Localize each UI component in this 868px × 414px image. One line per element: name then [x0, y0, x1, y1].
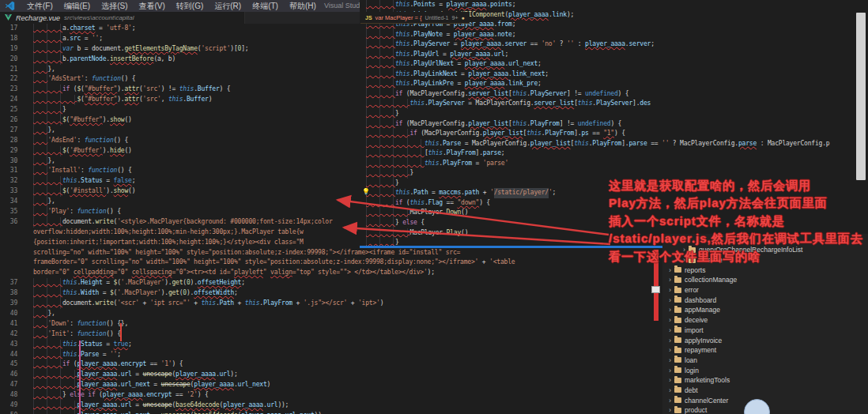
- code-token: },: [47, 65, 55, 75]
- tree-item-dashboard[interactable]: ›dashboard: [662, 295, 868, 305]
- code-token: }: [409, 168, 413, 179]
- code-token: cellspacing: [132, 268, 172, 278]
- tree-item-loan[interactable]: ›loan: [662, 356, 868, 366]
- code-line[interactable]: this.PlayUrl = player_aaaa.url;: [360, 50, 868, 60]
- chevron-right-icon: ›: [669, 397, 671, 405]
- menu-item-2[interactable]: 选择(S): [96, 0, 133, 12]
- annotation-line-5: 看一下这个文件里面写的啥: [609, 248, 868, 265]
- code-token: ;: [651, 40, 655, 50]
- tree-item-import[interactable]: ›import: [662, 326, 868, 336]
- tree-item-marketingTools[interactable]: ›marketingTools: [662, 375, 868, 386]
- code-line[interactable]: this.PlayLinkNext = player_aaaa.link_nex…: [360, 70, 868, 80]
- code-token: :: [77, 136, 84, 146]
- code-token: ;: [132, 24, 136, 34]
- code-token: () {},: [106, 319, 128, 329]
- line-number: 41: [0, 319, 17, 329]
- code-token: a.: [62, 34, 70, 44]
- code-token: ].: [574, 129, 581, 139]
- tree-item-label: loan: [685, 356, 697, 364]
- code-line[interactable]: this.PlayServer = player_aaaa.server == …: [360, 40, 868, 50]
- code-token: :: [70, 319, 77, 329]
- tree-item-error[interactable]: ›error: [662, 285, 868, 295]
- tree-item-collectionManage[interactable]: ›collectionManage: [662, 275, 868, 285]
- code-line[interactable]: this.PlayServer = MacPlayerConfig.server…: [360, 99, 868, 109]
- indent-squiggle: [33, 44, 62, 55]
- code-token: else: [402, 218, 417, 228]
- code-line[interactable]: }: [360, 109, 868, 119]
- code-token: offsetWidth: [194, 288, 234, 299]
- tree-item-label: appManage: [685, 306, 720, 314]
- tab-untitled-macplayer[interactable]: JS var MacPlayer = { Untitled-1 9+ ●: [360, 12, 470, 24]
- tab-recharge-vue[interactable]: Recharge.vue src\views\account\capital: [0, 12, 245, 24]
- modified-dot-icon[interactable]: ●: [462, 15, 465, 21]
- code-line[interactable]: if (MacPlayerConfig.player_list[this.Pla…: [360, 119, 868, 130]
- menu-item-7[interactable]: 帮助(H): [284, 0, 322, 12]
- tree-item-deceive[interactable]: ›deceive: [662, 315, 868, 326]
- code-line[interactable]: this.PlayLinkPre = player_aaaa.link_pre;: [360, 79, 868, 89]
- code-token: );: [230, 370, 237, 380]
- code-line[interactable]: this.PlayFrom = 'parse': [360, 159, 868, 169]
- folder-icon: [674, 408, 681, 413]
- code-token: unescape: [161, 411, 191, 414]
- code-line[interactable]: [this.PlayFrom].parse;: [360, 149, 868, 159]
- code-token: url_next: [508, 59, 538, 70]
- tree-item-login[interactable]: ›login: [662, 365, 868, 375]
- code-token: ==: [146, 359, 160, 370]
- indent-squiggle: [366, 50, 395, 60]
- menu-item-5[interactable]: 运行(R): [209, 0, 247, 12]
- code-token: player_aaaa: [450, 50, 490, 60]
- code-token: url: [267, 401, 278, 411]
- code-token: ) {: [198, 390, 209, 401]
- code-token: ;: [241, 278, 245, 288]
- code-token: parse: [483, 149, 501, 159]
- code-token: url: [494, 50, 505, 60]
- code-token: ;: [512, 20, 516, 30]
- indent-squiggle: [366, 188, 395, 198]
- menu-item-4[interactable]: 转到(G): [171, 0, 209, 12]
- code-token: this: [425, 139, 439, 149]
- code-token: url_next: [238, 380, 267, 390]
- chevron-right-icon: ›: [669, 266, 671, 274]
- tree-item-repayment[interactable]: ›repayment: [662, 345, 868, 356]
- code-token: player_aaaa: [194, 380, 234, 390]
- line-number: 29: [0, 146, 17, 156]
- code-line[interactable]: this.Points = player_aaaa.points;: [360, 0, 868, 10]
- tree-item-applyInvoice[interactable]: ›applyInvoice: [662, 335, 868, 345]
- code-line[interactable]: if (MacPlayerConfig.server_list[this.Pla…: [360, 89, 868, 100]
- indent-squiggle: [33, 288, 62, 299]
- menu-item-0[interactable]: 文件(F): [21, 0, 58, 12]
- code-token: '.js"></scr': [304, 299, 347, 309]
- code-token: '.MacPlayer': [117, 288, 160, 299]
- code-token: player_aaaa: [454, 30, 494, 40]
- code-line[interactable]: this.PlayNote = player_aaaa.note;: [360, 30, 868, 40]
- code-token: maccms: [439, 188, 461, 198]
- tree-item-debt[interactable]: ›debt: [662, 386, 868, 396]
- code-line[interactable]: this.Parse = MacPlayerConfig.player_list…: [360, 139, 868, 149]
- code-token: =: [132, 401, 143, 411]
- code-token: ;: [538, 59, 542, 70]
- code-token: document.: [62, 217, 96, 228]
- code-token: this: [62, 350, 77, 360]
- tree-item-appManage[interactable]: ›appManage: [662, 305, 868, 315]
- tree-item-reports[interactable]: ›reports: [662, 265, 868, 275]
- indent-squiggle: [366, 119, 395, 130]
- line-number: 46: [0, 370, 17, 380]
- lightbulb-icon[interactable]: 💡: [362, 188, 370, 195]
- code-line[interactable]: this.PlayUrlNext = player_aaaa.url_next;: [360, 59, 868, 70]
- code-token: 'src': [143, 85, 161, 95]
- code-token: Buffer: [198, 85, 220, 95]
- menu-item-6[interactable]: 终端(T): [247, 0, 284, 12]
- indent-squiggle: [33, 390, 62, 401]
- code-line[interactable]: if (MacPlayerConfig.player_list[this.Pla…: [360, 129, 868, 139]
- chevron-right-icon: ›: [669, 286, 671, 294]
- code-token: ).: [187, 288, 194, 299]
- code-token: unescape: [143, 401, 172, 411]
- menu-item-1[interactable]: 编辑(E): [58, 0, 96, 12]
- code-token: player_aaaa: [461, 40, 501, 50]
- code-token: charset: [70, 24, 95, 34]
- indent-squiggle: [366, 40, 395, 50]
- menu-item-3[interactable]: 查看(V): [133, 0, 170, 12]
- code-token: 'utf-8': [106, 24, 131, 34]
- tree-scrollbar[interactable]: [856, 13, 866, 180]
- indent-squiggle: [33, 217, 62, 228]
